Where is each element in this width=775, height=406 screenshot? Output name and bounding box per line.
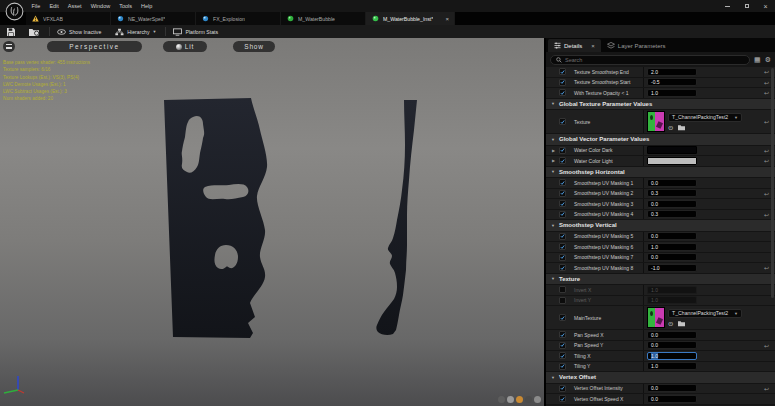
override-checkbox[interactable] [559, 147, 566, 154]
preview-cylinder-button[interactable] [498, 396, 505, 403]
category-header-smoothstep-vertical[interactable]: ▼Smoothstep Vertical [546, 220, 775, 232]
browse-to-asset-icon[interactable] [677, 320, 686, 327]
texture-thumbnail[interactable] [647, 307, 665, 328]
override-checkbox[interactable] [559, 243, 566, 250]
override-checkbox[interactable] [559, 200, 566, 207]
override-checkbox[interactable] [559, 68, 566, 75]
reset-to-default-button[interactable]: ↩ [764, 343, 769, 349]
details-tab-close-icon[interactable]: × [591, 43, 595, 49]
lit-button[interactable]: Lit [163, 41, 207, 52]
preview-sphere-button[interactable] [507, 396, 514, 403]
reset-to-default-button[interactable]: ↩ [764, 80, 769, 86]
override-checkbox[interactable] [559, 363, 566, 370]
category-header-global-vector-parameter-values[interactable]: ▼Global Vector Parameter Values [546, 134, 775, 146]
preview-mesh-button[interactable] [534, 396, 541, 403]
category-header-global-texture-parameter-values[interactable]: ▼Global Texture Parameter Values [546, 99, 775, 111]
hierarchy-button[interactable]: Hierarchy ▼ [111, 25, 160, 38]
reset-to-default-button[interactable]: ↩ [764, 119, 769, 125]
param-value-field[interactable]: 1.0 [647, 296, 697, 304]
param-value-field[interactable]: 0.0 [647, 200, 697, 208]
override-checkbox[interactable] [559, 211, 566, 218]
asset-tab-fx_explosion[interactable]: FX_Explosion [196, 12, 281, 25]
expander-arrow-icon[interactable]: ▶ [552, 148, 559, 153]
reset-to-default-button[interactable]: ↩ [764, 90, 769, 96]
override-checkbox[interactable] [559, 89, 566, 96]
texture-asset-dropdown[interactable]: T_ChannelPackingTest2▼ [668, 309, 742, 318]
param-value-field[interactable]: 1.0 [647, 89, 697, 97]
override-checkbox[interactable] [559, 179, 566, 186]
color-swatch[interactable] [647, 157, 697, 165]
asset-tab-vfxlab[interactable]: VFXLAB [26, 12, 111, 25]
override-checkbox[interactable] [559, 331, 566, 338]
expander-arrow-icon[interactable]: ▶ [552, 158, 559, 163]
override-checkbox[interactable] [559, 233, 566, 240]
menu-file[interactable]: File [27, 0, 45, 12]
param-value-field[interactable]: 1.0 [647, 286, 697, 294]
use-selected-asset-icon[interactable]: ⊙ [668, 124, 673, 131]
param-value-field[interactable]: 0.0 [647, 253, 697, 261]
search-input[interactable]: Search [550, 55, 750, 65]
show-inactive-button[interactable]: Show Inactive [53, 25, 105, 38]
close-button[interactable]: × [756, 0, 775, 12]
override-checkbox[interactable] [559, 118, 566, 125]
override-checkbox[interactable] [559, 79, 566, 86]
param-value-field[interactable]: 0.0 [647, 232, 697, 240]
minimize-button[interactable] [718, 0, 737, 12]
param-value-field[interactable]: 0.0 [647, 179, 697, 187]
scrollbar[interactable] [771, 68, 774, 298]
param-value-field[interactable]: 1.0 [647, 243, 697, 251]
override-checkbox[interactable] [559, 254, 566, 261]
param-value-field[interactable]: 0.3 [647, 210, 697, 218]
override-checkbox[interactable] [559, 395, 566, 402]
tab-layer-parameters[interactable]: Layer Parameters [601, 39, 672, 52]
param-value-field[interactable]: -1.0 [647, 264, 697, 272]
browse-to-asset-button[interactable] [24, 25, 44, 38]
reset-to-default-button[interactable]: ↩ [764, 158, 769, 164]
override-checkbox[interactable] [559, 352, 566, 359]
category-header-smoothstep-horizontal[interactable]: ▼Smoothstep Horizontal [546, 167, 775, 179]
reset-to-default-button[interactable]: ↩ [764, 265, 769, 271]
preview-plane-button[interactable] [516, 396, 523, 403]
menu-help[interactable]: Help [137, 0, 157, 12]
override-checkbox[interactable] [559, 157, 566, 164]
category-header-texture[interactable]: ▼Texture [546, 274, 775, 286]
param-value-field[interactable]: 0.3 [647, 189, 697, 197]
use-selected-asset-icon[interactable]: ⊙ [668, 320, 673, 327]
override-checkbox[interactable] [559, 190, 566, 197]
param-value-field[interactable]: 1.0 [647, 362, 697, 370]
menu-tools[interactable]: Tools [115, 0, 137, 12]
tab-details[interactable]: Details × [548, 39, 601, 52]
asset-tab-ne_waterspell[interactable]: NE_WaterSpell* [111, 12, 196, 25]
asset-tab-m_waterbubble[interactable]: M_WaterBubble [281, 12, 366, 25]
save-button[interactable] [2, 25, 20, 38]
override-checkbox[interactable] [559, 314, 566, 321]
reset-to-default-button[interactable]: ↩ [764, 148, 769, 154]
tab-close-icon[interactable]: × [445, 16, 449, 22]
override-checkbox[interactable] [559, 264, 566, 271]
param-value-field[interactable]: 0.0 [647, 341, 697, 349]
asset-tab-m_waterbubble_inst[interactable]: M_WaterBubble_Inst*× [366, 12, 455, 25]
param-value-field[interactable]: 0.0 [647, 331, 697, 339]
override-checkbox[interactable] [559, 286, 566, 293]
menu-asset[interactable]: Asset [63, 0, 86, 12]
reset-to-default-button[interactable]: ↩ [764, 191, 769, 197]
texture-asset-dropdown[interactable]: T_ChannelPackingTest2▼ [668, 113, 742, 122]
param-value-field[interactable]: 0.0 [647, 395, 697, 403]
browse-to-asset-icon[interactable] [677, 124, 686, 131]
reset-to-default-button[interactable]: ↩ [764, 386, 769, 392]
param-value-field[interactable]: 0.0 [647, 384, 697, 392]
material-preview-viewport[interactable]: Perspective Lit Show Base pass vertex sh… [0, 38, 544, 406]
maximize-button[interactable] [737, 0, 756, 12]
override-checkbox[interactable] [559, 385, 566, 392]
display-filter-icon[interactable]: ▦ [754, 56, 761, 64]
preview-cube-button[interactable] [525, 396, 532, 403]
color-swatch[interactable] [647, 146, 697, 154]
platform-stats-button[interactable]: Platform Stats [169, 25, 222, 38]
perspective-button[interactable]: Perspective [47, 41, 142, 52]
reset-to-default-button[interactable]: ↩ [764, 212, 769, 218]
texture-thumbnail[interactable] [647, 111, 665, 132]
param-value-field[interactable]: 1.0 [647, 352, 697, 360]
viewport-options-button[interactable] [3, 41, 15, 52]
override-checkbox[interactable] [559, 342, 566, 349]
category-header-vertex-offset[interactable]: ▼Vertex Offset [546, 372, 775, 384]
